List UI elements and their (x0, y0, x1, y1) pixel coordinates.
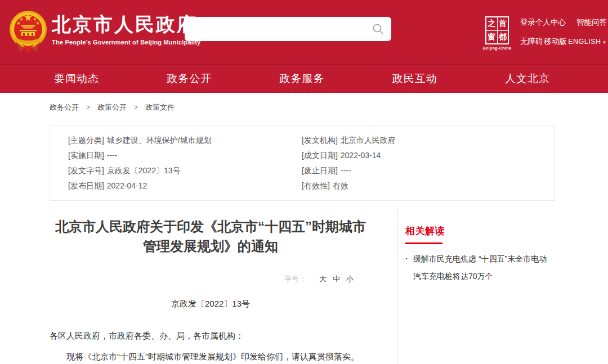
font-size-label: 字号： (284, 275, 306, 283)
capital-window-seal-logo[interactable]: 之 首 窗 都 (485, 16, 509, 44)
font-size-small-button[interactable]: 小 (346, 275, 354, 283)
meta-row-publish-date: [发布日期]2022-04-12 (68, 178, 212, 194)
chevron-down-icon: ▼ (602, 40, 607, 45)
breadcrumb-separator: > (134, 104, 138, 111)
font-size-medium-button[interactable]: 中 (333, 275, 340, 283)
nav-item-gov-disclosure[interactable]: 政务公开 (162, 71, 216, 86)
seal-char: 首 (498, 17, 508, 30)
breadcrumb-separator: > (86, 104, 90, 111)
search-button[interactable] (372, 23, 385, 35)
meta-row-topic: [主题分类]城乡建设、环境保护/城市规划 (68, 133, 212, 148)
site-title-block[interactable]: 北京市人民政府 The People's Government of Beiji… (52, 14, 200, 46)
english-link[interactable]: ENGLISH▼ (568, 38, 607, 46)
sidebar-title-underline (405, 242, 442, 244)
meta-column-right: [发文机构]北京市人民政府 [成文日期]2022-03-14 [废止日期]---… (302, 133, 396, 194)
search-box (185, 17, 391, 41)
related-reading-sidebar: 相关解读 ·缓解市民充电焦虑 “十四五”末全市电动汽车充电桩将达70万个 (405, 224, 555, 285)
seal-char: 窗 (486, 31, 497, 44)
meta-row-issuing-agency: [发文机构]北京市人民政府 (302, 133, 396, 148)
breadcrumb-item[interactable]: 政务公开 (50, 102, 79, 113)
document-number: 京政发〔2022〕13号 (50, 299, 372, 309)
nav-item-culture[interactable]: 人文北京 (500, 71, 555, 86)
main-nav-inner: 要闻动态 政务公开 政务服务 政民互动 人文北京 (50, 65, 555, 93)
header-links-row-1: 登录个人中心 智能问答 (520, 17, 607, 28)
seal-char: 都 (498, 31, 508, 44)
meta-column-left: [主题分类]城乡建设、环境保护/城市规划 [实施日期]---- [发文字号]京政… (68, 133, 212, 194)
sidebar-list: ·缓解市民充电焦虑 “十四五”末全市电动汽车充电桩将达70万个 (405, 250, 555, 285)
nav-item-gov-services[interactable]: 政务服务 (275, 71, 329, 86)
main-nav: 要闻动态 政务公开 政务服务 政民互动 人文北京 (0, 64, 608, 93)
font-size-large-button[interactable]: 大 (319, 275, 327, 283)
header-links-row-2: 无障碍 移动版 ENGLISH▼ (520, 37, 607, 47)
font-size-controls: 字号：大中小 (50, 274, 354, 284)
related-article-text: 缓解市民充电焦虑 “十四五”末全市电动汽车充电桩将达70万个 (413, 254, 547, 281)
seal-char: 之 (486, 17, 497, 30)
search-icon (372, 23, 385, 35)
related-article-link[interactable]: ·缓解市民充电焦虑 “十四五”末全市电动汽车充电桩将达70万个 (405, 250, 555, 285)
nav-item-news[interactable]: 要闻动态 (50, 71, 104, 86)
national-emblem-logo[interactable] (9, 8, 47, 55)
site-title: 北京市人民政府 (52, 14, 200, 35)
page-title: 北京市人民政府关于印发《北京市“十四五”时期城市管理发展规划》的通知 (55, 217, 366, 256)
site-header: 北京市人民政府 The People's Government of Beiji… (0, 0, 608, 64)
meta-row-doc-number: [发文字号]京政发〔2022〕13号 (68, 163, 212, 178)
breadcrumb-item[interactable]: 政策公开 (97, 102, 127, 113)
accessibility-link[interactable]: 无障碍 (520, 37, 543, 47)
national-emblem-icon (9, 8, 47, 55)
meta-row-implement-date: [实施日期]---- (68, 148, 212, 163)
page: 北京市人民政府 The People's Government of Beiji… (0, 0, 608, 364)
login-link[interactable]: 登录个人中心 (520, 17, 566, 28)
meta-row-validity: [有效性]有效 (302, 178, 396, 194)
breadcrumb: 政务公开 > 政策公开 > 政策文件 (50, 102, 175, 113)
meta-row-written-date: [成文日期]2022-03-14 (302, 148, 396, 163)
mobile-version-link[interactable]: 移动版 (544, 37, 567, 47)
article-paragraph: 现将《北京市“十四五”时期城市管理发展规划》印发给你们，请认真贯彻落实。 (50, 350, 394, 363)
breadcrumb-item[interactable]: 政策文件 (145, 102, 175, 113)
seal-caption: Beijing-China (482, 46, 512, 50)
article-title-wrap: 北京市人民政府关于印发《北京市“十四五”时期城市管理发展规划》的通知 (50, 217, 372, 256)
content-divider (397, 209, 398, 364)
meta-row-repeal-date: [废止日期]---- (302, 163, 396, 178)
smart-qa-link[interactable]: 智能问答 (576, 17, 607, 28)
nav-item-interaction[interactable]: 政民互动 (388, 71, 442, 86)
article-paragraph: 各区人民政府，市政府各委、办、局，各市属机构： (50, 330, 394, 342)
bullet-icon: · (405, 250, 408, 268)
header-links: 登录个人中心 智能问答 无障碍 移动版 ENGLISH▼ (520, 17, 607, 47)
site-subtitle: The People's Government of Beijing Munic… (52, 39, 200, 46)
document-meta-box: [主题分类]城乡建设、环境保护/城市规划 [实施日期]---- [发文字号]京政… (50, 125, 555, 201)
sidebar-title: 相关解读 (405, 224, 555, 237)
search-input[interactable] (193, 17, 373, 41)
